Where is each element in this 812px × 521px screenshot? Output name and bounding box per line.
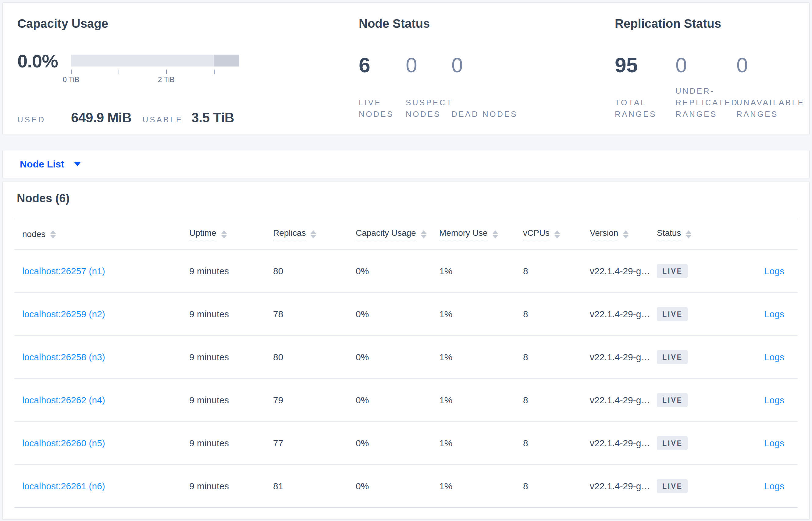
- sort-up-arrow-icon: [623, 230, 628, 234]
- column-header-label: Capacity Usage: [356, 228, 416, 237]
- status-badge: LIVE: [657, 264, 688, 278]
- column-header[interactable]: Status: [657, 228, 718, 240]
- table-row: localhost:26261 (n6) 9 minutes 81 0% 1% …: [14, 465, 798, 508]
- capacity-gauge-dark-segment: [214, 54, 239, 67]
- memory-use-cell: 1%: [439, 481, 523, 492]
- sort-up-arrow-icon: [686, 230, 691, 234]
- under-replicated-ranges-value: 0: [675, 54, 736, 75]
- column-header[interactable]: nodes: [22, 230, 189, 239]
- uptime-cell: 9 minutes: [189, 438, 273, 448]
- column-header[interactable]: Capacity Usage: [356, 228, 439, 240]
- replicas-cell: 77: [273, 438, 356, 448]
- logs-link[interactable]: Logs: [764, 481, 784, 491]
- sort-icon[interactable]: [421, 230, 426, 239]
- column-header[interactable]: Replicas: [273, 228, 356, 240]
- memory-use-cell: 1%: [439, 395, 523, 405]
- sort-icon[interactable]: [50, 230, 56, 239]
- used-label: USED: [17, 115, 71, 124]
- gauge-tick-mark: [214, 70, 215, 74]
- replication-status-section: Replication Status 95 TOTAL RANGES 0 UND…: [615, 16, 809, 135]
- sort-icon[interactable]: [554, 230, 560, 239]
- sort-down-arrow-icon: [623, 235, 628, 239]
- sort-icon[interactable]: [221, 230, 227, 239]
- column-header-label: Version: [590, 228, 618, 237]
- usable-label: USABLE: [142, 115, 183, 124]
- column-header[interactable]: vCPUs: [523, 228, 590, 240]
- sort-down-arrow-icon: [311, 235, 316, 239]
- table-row: localhost:26259 (n2) 9 minutes 78 0% 1% …: [14, 293, 798, 336]
- unavailable-ranges-stat: 0 UNAVAILABLE RANGES: [736, 54, 809, 120]
- column-header-label: Uptime: [189, 228, 216, 237]
- sort-icon[interactable]: [311, 230, 316, 239]
- vcpus-cell: 8: [523, 266, 590, 276]
- capacity-usage-title: Capacity Usage: [17, 16, 359, 31]
- dead-nodes-stat: 0 DEAD NODES: [451, 54, 615, 120]
- version-cell: v22.1.4-29-g…: [590, 352, 657, 362]
- node-link[interactable]: localhost:26262 (n4): [22, 395, 105, 405]
- version-cell: v22.1.4-29-g…: [590, 309, 657, 319]
- logs-link[interactable]: Logs: [764, 438, 784, 448]
- node-list-dropdown-label[interactable]: Node List: [20, 159, 64, 170]
- column-header[interactable]: Version: [590, 228, 657, 240]
- node-link[interactable]: localhost:26261 (n6): [22, 481, 105, 491]
- node-status-title: Node Status: [359, 16, 615, 31]
- capacity-usage-cell: 0%: [356, 266, 439, 276]
- uptime-cell: 9 minutes: [189, 395, 273, 405]
- column-header-label: vCPUs: [523, 228, 550, 237]
- capacity-usage-cell: 0%: [356, 438, 439, 448]
- sort-icon[interactable]: [623, 230, 628, 239]
- total-ranges-stat: 95 TOTAL RANGES: [615, 54, 675, 120]
- usable-value: 3.5 TiB: [191, 110, 234, 126]
- logs-link[interactable]: Logs: [764, 266, 784, 276]
- node-link[interactable]: localhost:26260 (n5): [22, 438, 105, 448]
- status-badge: LIVE: [657, 307, 688, 321]
- version-cell: v22.1.4-29-g…: [590, 266, 657, 276]
- logs-link[interactable]: Logs: [764, 395, 784, 405]
- node-link[interactable]: localhost:26258 (n3): [22, 352, 105, 362]
- sort-up-arrow-icon: [493, 230, 498, 234]
- sort-icon[interactable]: [493, 230, 498, 239]
- status-badge: LIVE: [657, 436, 688, 450]
- node-link[interactable]: localhost:26257 (n1): [22, 266, 105, 276]
- uptime-cell: 9 minutes: [189, 309, 273, 319]
- vcpus-cell: 8: [523, 395, 590, 405]
- capacity-gauge-bar: [71, 54, 239, 67]
- uptime-cell: 9 minutes: [189, 266, 273, 276]
- nodes-panel: Nodes (6) nodes Uptime Replicas Capacity…: [2, 181, 810, 519]
- replication-status-title: Replication Status: [615, 16, 809, 31]
- vcpus-cell: 8: [523, 309, 590, 319]
- sort-down-arrow-icon: [221, 235, 227, 239]
- replicas-cell: 80: [273, 352, 356, 362]
- table-row: localhost:26262 (n4) 9 minutes 79 0% 1% …: [14, 379, 798, 422]
- version-cell: v22.1.4-29-g…: [590, 395, 657, 405]
- capacity-usage-cell: 0%: [356, 352, 439, 362]
- suspect-nodes-stat: 0 SUSPECT NODES: [406, 54, 451, 120]
- memory-use-cell: 1%: [439, 266, 523, 276]
- live-nodes-label: LIVE NODES: [359, 97, 406, 120]
- memory-use-cell: 1%: [439, 352, 523, 362]
- node-link[interactable]: localhost:26259 (n2): [22, 309, 105, 319]
- unavailable-ranges-label: UNAVAILABLE RANGES: [736, 97, 809, 120]
- sort-down-arrow-icon: [554, 235, 560, 239]
- memory-use-cell: 1%: [439, 309, 523, 319]
- unavailable-ranges-value: 0: [736, 54, 809, 75]
- table-row: localhost:26260 (n5) 9 minutes 77 0% 1% …: [14, 422, 798, 465]
- sort-icon[interactable]: [686, 230, 691, 239]
- sort-up-arrow-icon: [554, 230, 560, 234]
- column-header[interactable]: Uptime: [189, 228, 273, 240]
- live-nodes-stat: 6 LIVE NODES: [359, 54, 406, 120]
- sort-down-arrow-icon: [493, 235, 498, 239]
- chevron-down-icon[interactable]: [74, 162, 81, 166]
- logs-link[interactable]: Logs: [764, 309, 784, 319]
- table-header-row: nodes Uptime Replicas Capacity Usage Mem…: [14, 219, 798, 250]
- logs-link[interactable]: Logs: [764, 352, 784, 362]
- column-header[interactable]: Memory Use: [439, 228, 523, 240]
- under-replicated-ranges-stat: 0 UNDER-REPLICATED RANGES: [675, 54, 736, 120]
- capacity-usage-cell: 0%: [356, 309, 439, 319]
- node-list-dropdown[interactable]: Node List: [2, 150, 810, 178]
- sort-up-arrow-icon: [221, 230, 227, 234]
- vcpus-cell: 8: [523, 481, 590, 492]
- status-badge: LIVE: [657, 393, 688, 407]
- column-header-label: Replicas: [273, 228, 306, 237]
- sort-down-arrow-icon: [421, 235, 426, 239]
